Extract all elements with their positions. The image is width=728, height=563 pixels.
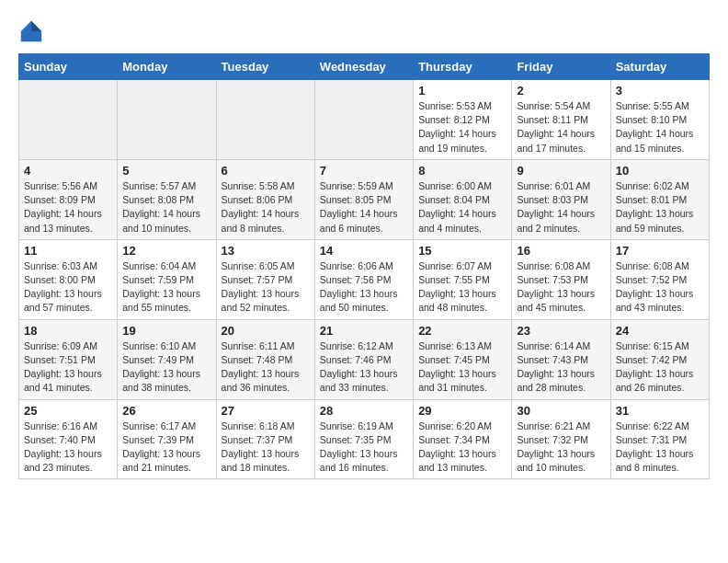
calendar-cell: 5Sunrise: 5:57 AM Sunset: 8:08 PM Daylig…	[118, 159, 216, 239]
calendar-cell: 1Sunrise: 5:53 AM Sunset: 8:12 PM Daylig…	[414, 80, 512, 160]
calendar-cell: 20Sunrise: 6:11 AM Sunset: 7:48 PM Dayli…	[216, 319, 314, 399]
calendar-cell: 6Sunrise: 5:58 AM Sunset: 8:06 PM Daylig…	[216, 159, 314, 239]
calendar-cell: 11Sunrise: 6:03 AM Sunset: 8:00 PM Dayli…	[19, 239, 118, 319]
calendar-cell: 13Sunrise: 6:05 AM Sunset: 7:57 PM Dayli…	[216, 239, 314, 319]
logo	[18, 18, 48, 44]
day-info: Sunrise: 6:00 AM Sunset: 8:04 PM Dayligh…	[418, 179, 506, 236]
day-info: Sunrise: 5:53 AM Sunset: 8:12 PM Dayligh…	[418, 99, 506, 155]
day-number: 1	[418, 84, 506, 98]
day-number: 16	[517, 244, 605, 258]
calendar-cell	[216, 80, 314, 160]
day-number: 26	[122, 404, 210, 418]
week-row-5: 25Sunrise: 6:16 AM Sunset: 7:40 PM Dayli…	[19, 399, 710, 479]
day-info: Sunrise: 5:58 AM Sunset: 8:06 PM Dayligh…	[222, 179, 310, 236]
day-number: 15	[418, 244, 506, 258]
svg-marker-1	[31, 21, 41, 31]
page-header	[18, 18, 710, 44]
week-row-2: 4Sunrise: 5:56 AM Sunset: 8:09 PM Daylig…	[19, 159, 710, 239]
day-number: 6	[222, 164, 310, 178]
calendar-cell: 27Sunrise: 6:18 AM Sunset: 7:37 PM Dayli…	[216, 399, 314, 479]
day-number: 23	[517, 324, 605, 338]
day-info: Sunrise: 6:22 AM Sunset: 7:31 PM Dayligh…	[616, 419, 704, 476]
calendar-cell: 2Sunrise: 5:54 AM Sunset: 8:11 PM Daylig…	[512, 80, 610, 160]
day-info: Sunrise: 6:07 AM Sunset: 7:55 PM Dayligh…	[418, 259, 506, 316]
day-number: 5	[122, 164, 210, 178]
weekday-header-tuesday: Tuesday	[216, 54, 314, 80]
day-number: 22	[418, 324, 506, 338]
calendar-cell: 19Sunrise: 6:10 AM Sunset: 7:49 PM Dayli…	[118, 319, 216, 399]
calendar-cell	[19, 80, 118, 160]
calendar-cell: 22Sunrise: 6:13 AM Sunset: 7:45 PM Dayli…	[414, 319, 512, 399]
calendar-cell: 24Sunrise: 6:15 AM Sunset: 7:42 PM Dayli…	[610, 319, 709, 399]
calendar-cell: 17Sunrise: 6:08 AM Sunset: 7:52 PM Dayli…	[610, 239, 709, 319]
day-number: 29	[418, 404, 506, 418]
day-info: Sunrise: 6:20 AM Sunset: 7:34 PM Dayligh…	[418, 419, 506, 476]
day-number: 18	[24, 324, 112, 338]
calendar-table: SundayMondayTuesdayWednesdayThursdayFrid…	[18, 53, 710, 479]
calendar-cell: 7Sunrise: 5:59 AM Sunset: 8:05 PM Daylig…	[314, 159, 413, 239]
day-number: 31	[616, 404, 704, 418]
day-info: Sunrise: 5:54 AM Sunset: 8:11 PM Dayligh…	[517, 99, 605, 155]
calendar-cell: 14Sunrise: 6:06 AM Sunset: 7:56 PM Dayli…	[314, 239, 413, 319]
day-info: Sunrise: 6:16 AM Sunset: 7:40 PM Dayligh…	[24, 419, 112, 476]
day-info: Sunrise: 6:13 AM Sunset: 7:45 PM Dayligh…	[418, 339, 506, 396]
day-number: 4	[24, 164, 112, 178]
calendar-cell: 10Sunrise: 6:02 AM Sunset: 8:01 PM Dayli…	[610, 159, 709, 239]
calendar-cell: 3Sunrise: 5:55 AM Sunset: 8:10 PM Daylig…	[610, 80, 709, 160]
weekday-header-wednesday: Wednesday	[314, 54, 413, 80]
logo-icon	[18, 18, 44, 44]
weekday-header-saturday: Saturday	[610, 54, 709, 80]
calendar-cell: 30Sunrise: 6:21 AM Sunset: 7:32 PM Dayli…	[512, 399, 610, 479]
calendar-cell: 12Sunrise: 6:04 AM Sunset: 7:59 PM Dayli…	[118, 239, 216, 319]
day-info: Sunrise: 6:09 AM Sunset: 7:51 PM Dayligh…	[24, 339, 112, 396]
calendar-cell: 8Sunrise: 6:00 AM Sunset: 8:04 PM Daylig…	[414, 159, 512, 239]
calendar-cell: 15Sunrise: 6:07 AM Sunset: 7:55 PM Dayli…	[414, 239, 512, 319]
day-info: Sunrise: 6:10 AM Sunset: 7:49 PM Dayligh…	[122, 339, 210, 396]
day-info: Sunrise: 6:18 AM Sunset: 7:37 PM Dayligh…	[222, 419, 310, 476]
day-number: 20	[222, 324, 310, 338]
calendar-cell: 18Sunrise: 6:09 AM Sunset: 7:51 PM Dayli…	[19, 319, 118, 399]
week-row-3: 11Sunrise: 6:03 AM Sunset: 8:00 PM Dayli…	[19, 239, 710, 319]
day-number: 10	[616, 164, 704, 178]
day-info: Sunrise: 6:15 AM Sunset: 7:42 PM Dayligh…	[616, 339, 704, 396]
day-number: 25	[24, 404, 112, 418]
calendar-cell: 21Sunrise: 6:12 AM Sunset: 7:46 PM Dayli…	[314, 319, 413, 399]
day-info: Sunrise: 6:08 AM Sunset: 7:52 PM Dayligh…	[616, 259, 704, 316]
day-number: 27	[222, 404, 310, 418]
day-info: Sunrise: 6:21 AM Sunset: 7:32 PM Dayligh…	[517, 419, 605, 476]
weekday-header-monday: Monday	[118, 54, 216, 80]
week-row-4: 18Sunrise: 6:09 AM Sunset: 7:51 PM Dayli…	[19, 319, 710, 399]
day-info: Sunrise: 5:59 AM Sunset: 8:05 PM Dayligh…	[320, 179, 408, 236]
calendar-cell: 4Sunrise: 5:56 AM Sunset: 8:09 PM Daylig…	[19, 159, 118, 239]
day-number: 17	[616, 244, 704, 258]
weekday-header-thursday: Thursday	[414, 54, 512, 80]
day-number: 14	[320, 244, 408, 258]
day-number: 28	[320, 404, 408, 418]
day-number: 8	[418, 164, 506, 178]
day-info: Sunrise: 6:06 AM Sunset: 7:56 PM Dayligh…	[320, 259, 408, 316]
calendar-cell: 25Sunrise: 6:16 AM Sunset: 7:40 PM Dayli…	[19, 399, 118, 479]
day-info: Sunrise: 6:05 AM Sunset: 7:57 PM Dayligh…	[222, 259, 310, 316]
weekday-header-friday: Friday	[512, 54, 610, 80]
day-number: 3	[616, 84, 704, 98]
day-number: 30	[517, 404, 605, 418]
calendar-cell: 29Sunrise: 6:20 AM Sunset: 7:34 PM Dayli…	[414, 399, 512, 479]
calendar-cell: 28Sunrise: 6:19 AM Sunset: 7:35 PM Dayli…	[314, 399, 413, 479]
day-number: 13	[222, 244, 310, 258]
calendar-cell: 9Sunrise: 6:01 AM Sunset: 8:03 PM Daylig…	[512, 159, 610, 239]
day-info: Sunrise: 6:01 AM Sunset: 8:03 PM Dayligh…	[517, 179, 605, 236]
day-number: 21	[320, 324, 408, 338]
calendar-cell	[314, 80, 413, 160]
day-info: Sunrise: 6:17 AM Sunset: 7:39 PM Dayligh…	[122, 419, 210, 476]
day-info: Sunrise: 6:12 AM Sunset: 7:46 PM Dayligh…	[320, 339, 408, 396]
day-info: Sunrise: 6:04 AM Sunset: 7:59 PM Dayligh…	[122, 259, 210, 316]
week-row-1: 1Sunrise: 5:53 AM Sunset: 8:12 PM Daylig…	[19, 80, 710, 160]
calendar-cell	[118, 80, 216, 160]
day-number: 2	[517, 84, 605, 98]
day-number: 11	[24, 244, 112, 258]
calendar-cell: 26Sunrise: 6:17 AM Sunset: 7:39 PM Dayli…	[118, 399, 216, 479]
day-info: Sunrise: 5:55 AM Sunset: 8:10 PM Dayligh…	[616, 99, 704, 155]
day-info: Sunrise: 6:11 AM Sunset: 7:48 PM Dayligh…	[222, 339, 310, 396]
day-number: 12	[122, 244, 210, 258]
calendar-cell: 16Sunrise: 6:08 AM Sunset: 7:53 PM Dayli…	[512, 239, 610, 319]
